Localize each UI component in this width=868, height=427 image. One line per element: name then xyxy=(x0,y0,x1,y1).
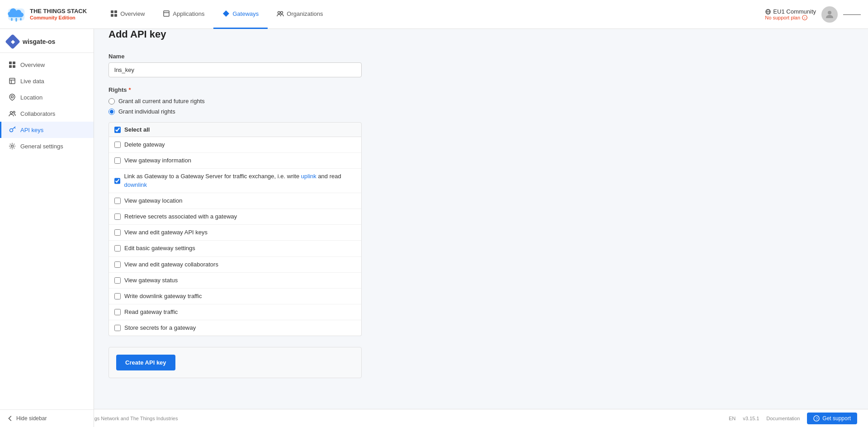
region-name: EU1 Community xyxy=(765,8,816,15)
avatar-icon xyxy=(824,9,835,20)
checkbox-edit-basic-settings[interactable]: Edit basic gateway settings xyxy=(109,241,361,256)
checkbox-delete-gateway-input[interactable] xyxy=(114,142,121,148)
radio-all-rights[interactable]: Grant all current and future rights xyxy=(108,98,362,104)
select-all-checkbox[interactable] xyxy=(114,127,121,133)
nav-applications[interactable]: Applications xyxy=(154,0,213,29)
sidebar-item-location[interactable]: Location xyxy=(0,89,94,105)
nav-organizations[interactable]: Organizations xyxy=(268,0,332,29)
svg-point-17 xyxy=(828,11,831,14)
svg-point-10 xyxy=(278,12,280,14)
api-keys-icon xyxy=(9,126,16,133)
brand-name: THE THINGS STACK xyxy=(30,8,87,15)
uplink-link[interactable]: uplink xyxy=(301,173,316,180)
nav-gateways[interactable]: Gateways xyxy=(213,0,268,29)
sidebar-item-api-keys[interactable]: API keys xyxy=(0,122,94,138)
checkbox-view-gateway-status-input[interactable] xyxy=(114,277,121,284)
footer: © 2021 The Things Stack by The Things Ne… xyxy=(0,409,868,427)
checkbox-view-gateway-location[interactable]: View gateway location xyxy=(109,193,361,209)
checkbox-delete-gateway[interactable]: Delete gateway xyxy=(109,137,361,153)
svg-rect-2 xyxy=(15,18,17,21)
svg-line-30 xyxy=(14,128,15,128)
checkbox-view-edit-collaborators-label: View and edit gateway collaborators xyxy=(124,261,218,269)
create-button-area: Create API key xyxy=(108,347,362,378)
radio-individual-rights[interactable]: Grant individual rights xyxy=(108,108,362,115)
nav-gateways-label: Gateways xyxy=(232,10,259,17)
select-all-label: Select all xyxy=(124,126,150,133)
svg-point-25 xyxy=(11,96,14,98)
sidebar-general-settings-label: General settings xyxy=(20,143,63,150)
checkbox-write-downlink-traffic-label: Write downlink gateway traffic xyxy=(124,292,202,300)
radio-all-rights-input[interactable] xyxy=(108,98,115,104)
checkbox-view-gateway-info[interactable]: View gateway information xyxy=(109,153,361,169)
checkbox-write-downlink-traffic-input[interactable] xyxy=(114,293,121,299)
checkbox-view-edit-api-keys-label: View and edit gateway API keys xyxy=(124,228,208,237)
checkbox-view-gateway-info-label: View gateway information xyxy=(124,157,191,165)
region-plan: No support plan i xyxy=(765,15,816,20)
rights-field-group: Rights * Grant all current and future ri… xyxy=(108,86,362,336)
checkbox-read-gateway-traffic-label: Read gateway traffic xyxy=(124,308,178,316)
sidebar-live-data-label: Live data xyxy=(20,78,44,85)
checkbox-write-downlink-traffic[interactable]: Write downlink gateway traffic xyxy=(109,289,361,304)
select-all-row[interactable]: Select all xyxy=(108,122,362,137)
checkbox-link-gateway[interactable]: Link as Gateway to a Gateway Server for … xyxy=(109,169,361,193)
svg-point-27 xyxy=(13,111,15,113)
nav-overview-label: Overview xyxy=(120,10,145,17)
checkbox-view-gateway-location-input[interactable] xyxy=(114,198,121,204)
checkbox-view-edit-api-keys[interactable]: View and edit gateway API keys xyxy=(109,225,361,241)
checkbox-view-gateway-info-input[interactable] xyxy=(114,157,121,164)
avatar xyxy=(821,6,838,23)
checkbox-view-edit-collaborators-input[interactable] xyxy=(114,261,121,268)
svg-rect-21 xyxy=(13,65,15,68)
sidebar-item-collaborators[interactable]: Collaborators xyxy=(0,105,94,122)
checkbox-store-secrets-input[interactable] xyxy=(114,325,121,331)
sidebar-hide-button[interactable]: Hide sidebar xyxy=(0,409,94,427)
checkbox-store-secrets[interactable]: Store secrets for a gateway xyxy=(109,320,361,336)
username: ——— xyxy=(843,11,861,18)
checkbox-section: Select all Delete gateway View gateway i… xyxy=(108,122,362,336)
checkbox-retrieve-secrets[interactable]: Retrieve secrets associated with a gatew… xyxy=(109,209,361,225)
svg-point-31 xyxy=(11,145,14,147)
create-api-key-button[interactable]: Create API key xyxy=(116,355,175,370)
checkbox-store-secrets-label: Store secrets for a gateway xyxy=(124,324,196,332)
sidebar-api-keys-label: API keys xyxy=(20,127,43,133)
radio-all-rights-label: Grant all current and future rights xyxy=(118,98,205,104)
svg-rect-19 xyxy=(13,62,15,64)
get-support-button[interactable]: ? Get support xyxy=(807,413,857,424)
radio-individual-rights-input[interactable] xyxy=(108,109,115,115)
footer-version: v3.15.1 xyxy=(743,416,759,421)
checkbox-retrieve-secrets-input[interactable] xyxy=(114,214,121,220)
checkbox-view-edit-api-keys-input[interactable] xyxy=(114,229,121,236)
ttn-logo-icon xyxy=(7,5,25,24)
checkbox-view-gateway-status[interactable]: View gateway status xyxy=(109,273,361,289)
logo-area: THE THINGS STACK Community Edition xyxy=(7,5,87,24)
svg-rect-22 xyxy=(9,78,15,84)
sidebar-overview-label: Overview xyxy=(20,62,45,68)
footer-docs-link[interactable]: Documentation xyxy=(766,416,800,421)
checkbox-read-gateway-traffic-input[interactable] xyxy=(114,309,121,315)
checkbox-edit-basic-settings-input[interactable] xyxy=(114,245,121,251)
hide-sidebar-label: Hide sidebar xyxy=(16,415,47,422)
main-content: Gateways › wisgate-os › API keys › Add A… xyxy=(94,0,868,409)
sidebar-item-general-settings[interactable]: General settings xyxy=(0,138,94,154)
get-support-label: Get support xyxy=(822,415,851,422)
svg-rect-6 xyxy=(111,14,113,17)
info-icon: i xyxy=(802,15,807,20)
svg-point-28 xyxy=(10,129,13,132)
name-input[interactable] xyxy=(108,62,362,77)
nav-right: EU1 Community No support plan i ——— xyxy=(765,6,861,23)
checkbox-link-gateway-input[interactable] xyxy=(114,178,120,184)
checkbox-view-edit-collaborators[interactable]: View and edit gateway collaborators xyxy=(109,257,361,273)
rights-radio-group: Grant all current and future rights Gran… xyxy=(108,98,362,115)
globe-icon xyxy=(765,9,771,15)
checkbox-read-gateway-traffic[interactable]: Read gateway traffic xyxy=(109,304,361,320)
sidebar-location-label: Location xyxy=(20,94,42,101)
sidebar-gateway-header: ◆ wisgate-os xyxy=(0,29,94,53)
logo-text: THE THINGS STACK Community Edition xyxy=(30,8,87,21)
nav-items: Overview Applications Gateways Organizat… xyxy=(101,0,765,29)
svg-text:?: ? xyxy=(816,416,818,421)
sidebar-item-live-data[interactable]: Live data xyxy=(0,73,94,89)
downlink-link[interactable]: downlink xyxy=(124,181,147,188)
nav-overview[interactable]: Overview xyxy=(101,0,154,29)
page-title: Add API key xyxy=(108,28,854,40)
sidebar-item-overview[interactable]: Overview xyxy=(0,57,94,73)
